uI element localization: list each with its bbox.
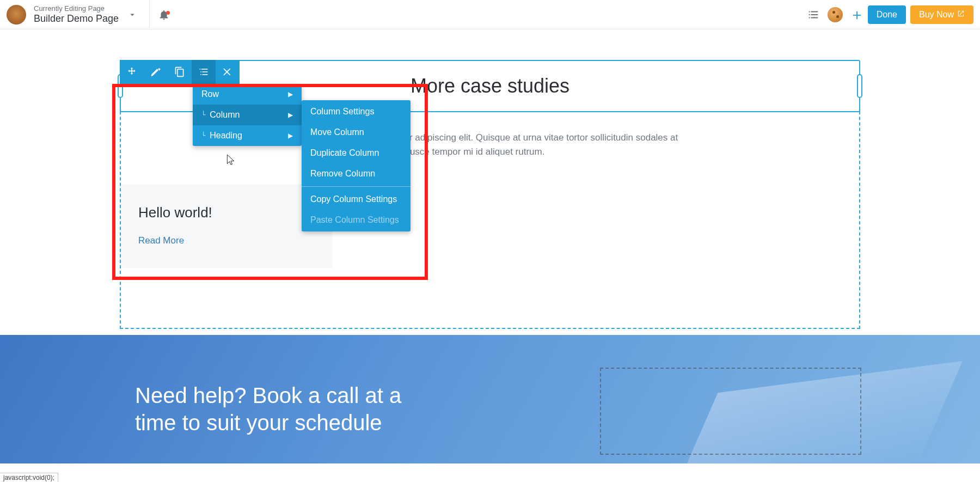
tree-item-column[interactable]: └Column ▶ bbox=[193, 105, 302, 125]
page-title: Builder Demo Page bbox=[34, 13, 119, 25]
top-toolbar: Currently Editing Page Builder Demo Page… bbox=[0, 0, 980, 29]
editing-label: Currently Editing Page bbox=[34, 5, 119, 13]
submenu-copy-column-settings[interactable]: Copy Column Settings bbox=[302, 189, 411, 210]
breadcrumb-tree-menu: Row ▶ └Column ▶ └Heading ▶ bbox=[193, 84, 302, 146]
cta-hero-section: Need help? Book a call at a time to suit… bbox=[0, 335, 980, 463]
post-card[interactable]: Hello world! Read More bbox=[120, 185, 332, 268]
submenu-move-column[interactable]: Move Column bbox=[302, 122, 411, 143]
hero-image-placeholder[interactable] bbox=[600, 368, 861, 455]
buy-now-label: Buy Now bbox=[919, 10, 954, 20]
tree-item-row[interactable]: Row ▶ bbox=[193, 84, 302, 105]
notifications-icon[interactable] bbox=[153, 9, 175, 21]
beaver-logo bbox=[7, 5, 26, 25]
notification-dot bbox=[166, 11, 170, 15]
chevron-right-icon: ▶ bbox=[288, 132, 293, 139]
submenu-paste-column-settings: Paste Column Settings bbox=[302, 210, 411, 230]
selected-heading-module[interactable]: Row ▶ └Column ▶ └Heading ▶ Column Settin… bbox=[120, 60, 860, 112]
move-icon[interactable] bbox=[120, 60, 144, 84]
submenu-duplicate-column[interactable]: Duplicate Column bbox=[302, 143, 411, 163]
outline-tree-icon[interactable] bbox=[192, 60, 216, 84]
hero-heading[interactable]: Need help? Book a call at a time to suit… bbox=[135, 382, 414, 436]
tree-item-heading[interactable]: └Heading ▶ bbox=[193, 125, 302, 146]
status-text: javascript:void(0); bbox=[3, 474, 54, 481]
resize-handle-right[interactable] bbox=[857, 74, 862, 98]
remove-icon[interactable] bbox=[216, 60, 240, 84]
submenu-column-settings[interactable]: Column Settings bbox=[302, 101, 411, 122]
settings-icon[interactable] bbox=[144, 60, 168, 84]
editor-canvas: Row ▶ └Column ▶ └Heading ▶ Column Settin… bbox=[0, 29, 980, 473]
page-switcher-chevron[interactable] bbox=[119, 10, 146, 20]
heading-text[interactable]: More case studies bbox=[411, 75, 569, 97]
column-context-submenu: Column Settings Move Column Duplicate Co… bbox=[302, 100, 411, 231]
chevron-right-icon: ▶ bbox=[288, 111, 293, 119]
divider bbox=[149, 0, 150, 29]
submenu-remove-column[interactable]: Remove Column bbox=[302, 163, 411, 184]
done-button[interactable]: Done bbox=[868, 5, 906, 24]
browser-status-bar: javascript:void(0); bbox=[0, 473, 58, 482]
module-action-toolbar bbox=[120, 60, 240, 84]
cookie-icon[interactable] bbox=[824, 7, 846, 22]
duplicate-icon[interactable] bbox=[168, 60, 192, 84]
card-title: Hello world! bbox=[138, 204, 314, 221]
buy-now-button[interactable]: Buy Now bbox=[910, 5, 973, 24]
outline-panel-icon[interactable] bbox=[803, 9, 824, 21]
chevron-right-icon: ▶ bbox=[288, 90, 293, 98]
submenu-separator bbox=[302, 186, 411, 187]
external-link-icon bbox=[957, 10, 965, 19]
read-more-link[interactable]: Read More bbox=[138, 235, 184, 246]
add-module-icon[interactable]: ＋ bbox=[846, 4, 868, 25]
page-title-block[interactable]: Currently Editing Page Builder Demo Page bbox=[34, 5, 119, 25]
